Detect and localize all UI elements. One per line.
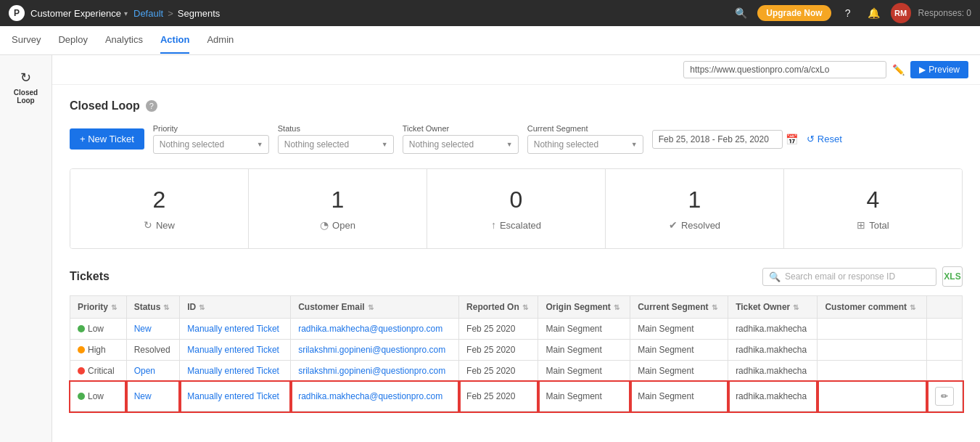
col-header-origin-segment: Origin Segment⇅ bbox=[538, 296, 630, 319]
stat-label-new: ↻ New bbox=[88, 219, 231, 231]
nav-deploy[interactable]: Deploy bbox=[58, 27, 87, 54]
notifications-button[interactable]: 🔔 bbox=[865, 4, 884, 22]
edit-url-button[interactable]: ✏️ bbox=[892, 64, 905, 75]
tickets-table: Priority⇅ Status⇅ ID⇅ Customer Email⇅ Re… bbox=[70, 295, 963, 412]
app-body: ↻ Closed Loop ✏️ ▶ Preview Closed Loop ?… bbox=[0, 55, 980, 442]
url-input[interactable] bbox=[683, 61, 886, 78]
status-value-0: New bbox=[134, 324, 152, 334]
priority-label-3: Low bbox=[88, 391, 104, 401]
col-header-priority: Priority⇅ bbox=[70, 296, 127, 319]
search-button[interactable]: 🔍 bbox=[731, 4, 750, 22]
top-bar: P Customer Experience ▾ Default > Segmen… bbox=[0, 0, 980, 26]
new-stat-icon: ↻ bbox=[144, 219, 152, 231]
stat-number-resolved: 1 bbox=[623, 187, 766, 213]
ticket-owner-filter-label: Ticket Owner bbox=[403, 124, 519, 133]
sort-icon-reported[interactable]: ⇅ bbox=[522, 303, 528, 311]
sort-icon-priority[interactable]: ⇅ bbox=[111, 303, 117, 311]
priority-dot-2 bbox=[78, 367, 85, 375]
email-link-2[interactable]: srilakshmi.gopineni@questionpro.com bbox=[298, 366, 445, 376]
ticket-owner-select[interactable]: Nothing selected bbox=[403, 135, 519, 154]
stat-label-escalated: ↑ Escalated bbox=[445, 219, 588, 231]
sort-icon-current[interactable]: ⇅ bbox=[712, 303, 717, 311]
sort-icon-status[interactable]: ⇅ bbox=[163, 303, 169, 311]
search-input[interactable] bbox=[785, 271, 930, 282]
email-link-1[interactable]: srilakshmi.gopineni@questionpro.com bbox=[298, 345, 445, 355]
resolved-stat-icon: ✔ bbox=[669, 219, 678, 231]
app-chevron-icon: ▾ bbox=[124, 9, 128, 17]
responses-label: Responses: 0 bbox=[918, 8, 971, 18]
email-link-0[interactable]: radhika.makhecha@questionpro.com bbox=[298, 324, 442, 334]
calendar-button[interactable]: 📅 bbox=[786, 134, 798, 145]
sidebar-item-closed-loop[interactable]: ↻ Closed Loop bbox=[0, 62, 52, 112]
priority-dot-1 bbox=[78, 346, 85, 353]
cell-id-0: Manually entered Ticket bbox=[180, 319, 291, 340]
priority-label-0: Low bbox=[88, 324, 104, 334]
ticket-id-link-3[interactable]: Manually entered Ticket bbox=[187, 391, 279, 401]
edit-ticket-button-3[interactable]: ✏ bbox=[935, 387, 954, 406]
cell-comment-2 bbox=[818, 361, 927, 382]
excel-export-button[interactable]: XLS bbox=[942, 266, 963, 287]
status-select[interactable]: Nothing selected bbox=[278, 135, 394, 154]
breadcrumb: Default > Segments bbox=[133, 8, 220, 19]
cell-id-3: Manually entered Ticket bbox=[180, 382, 291, 412]
email-link-3[interactable]: radhika.makhecha@questionpro.com bbox=[298, 391, 442, 401]
table-row: Low New Manually entered Ticket radhika.… bbox=[70, 382, 963, 412]
col-header-id: ID⇅ bbox=[180, 296, 291, 319]
status-value-3: New bbox=[134, 391, 152, 401]
col-header-ticket-owner: Ticket Owner⇅ bbox=[728, 296, 818, 319]
date-range-input[interactable] bbox=[652, 130, 783, 149]
current-segment-filter-group: Current Segment Nothing selected bbox=[527, 124, 643, 154]
ticket-owner-filter-group: Ticket Owner Nothing selected bbox=[403, 124, 519, 154]
cell-status-1: Resolved bbox=[126, 340, 180, 361]
cell-reported-1: Feb 25 2020 bbox=[459, 340, 538, 361]
ticket-owner-select-wrapper: Nothing selected bbox=[403, 135, 519, 154]
breadcrumb-separator: > bbox=[168, 8, 173, 19]
status-select-wrapper: Nothing selected bbox=[278, 135, 394, 154]
status-filter-group: Status Nothing selected bbox=[278, 124, 394, 154]
cell-origin-0: Main Segment bbox=[538, 319, 630, 340]
current-segment-select[interactable]: Nothing selected bbox=[527, 135, 643, 154]
stat-card-new: 2 ↻ New bbox=[70, 169, 249, 248]
ticket-id-link-0[interactable]: Manually entered Ticket bbox=[187, 324, 279, 334]
col-header-status: Status⇅ bbox=[126, 296, 180, 319]
nav-analytics[interactable]: Analytics bbox=[105, 27, 143, 54]
sort-icon-id[interactable]: ⇅ bbox=[199, 303, 205, 311]
cell-actions-2 bbox=[927, 361, 963, 382]
nav-admin[interactable]: Admin bbox=[207, 27, 234, 54]
priority-label-2: Critical bbox=[88, 366, 115, 376]
ticket-id-link-2[interactable]: Manually entered Ticket bbox=[187, 366, 279, 376]
upgrade-button[interactable]: Upgrade Now bbox=[757, 5, 831, 21]
cell-comment-3 bbox=[818, 382, 927, 412]
cell-priority-0: Low bbox=[70, 319, 127, 340]
cell-actions-1 bbox=[927, 340, 963, 361]
stat-number-total: 4 bbox=[802, 187, 944, 213]
filters-row: + New Ticket Priority Nothing selected S… bbox=[70, 124, 963, 154]
search-box: 🔍 bbox=[762, 268, 936, 286]
nav-action[interactable]: Action bbox=[160, 27, 189, 54]
table-row: High Resolved Manually entered Ticket sr… bbox=[70, 340, 963, 361]
cell-status-2: Open bbox=[126, 361, 180, 382]
help-icon[interactable]: ? bbox=[146, 100, 157, 112]
url-bar: ✏️ ▶ Preview bbox=[52, 55, 980, 85]
breadcrumb-default[interactable]: Default bbox=[133, 8, 163, 19]
app-name[interactable]: Customer Experience ▾ bbox=[30, 8, 128, 19]
sort-icon-origin[interactable]: ⇅ bbox=[614, 303, 619, 311]
cell-current-2: Main Segment bbox=[630, 361, 728, 382]
sort-icon-comment[interactable]: ⇅ bbox=[910, 303, 915, 311]
nav-survey[interactable]: Survey bbox=[12, 27, 41, 54]
new-ticket-button[interactable]: + New Ticket bbox=[70, 128, 144, 150]
priority-dot-3 bbox=[78, 393, 85, 400]
tickets-section-header: Tickets 🔍 XLS bbox=[70, 266, 963, 287]
priority-label-1: High bbox=[88, 345, 106, 355]
stat-card-resolved: 1 ✔ Resolved bbox=[606, 169, 784, 248]
avatar-button[interactable]: RM bbox=[891, 3, 911, 23]
priority-select-wrapper: Nothing selected bbox=[153, 135, 269, 154]
cell-priority-1: High bbox=[70, 340, 127, 361]
ticket-id-link-1[interactable]: Manually entered Ticket bbox=[187, 345, 279, 355]
sort-icon-owner[interactable]: ⇅ bbox=[793, 303, 799, 311]
preview-button[interactable]: ▶ Preview bbox=[910, 61, 968, 78]
sort-icon-email[interactable]: ⇅ bbox=[368, 303, 374, 311]
priority-select[interactable]: Nothing selected bbox=[153, 135, 269, 154]
reset-button[interactable]: ↺ Reset bbox=[807, 134, 842, 144]
help-button[interactable]: ? bbox=[839, 4, 857, 22]
